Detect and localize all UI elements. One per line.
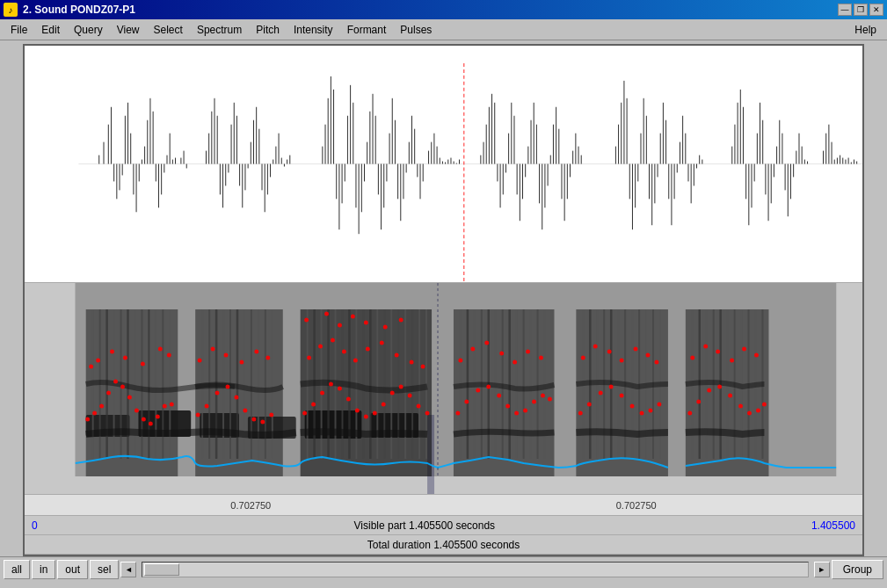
svg-point-386 xyxy=(455,411,460,416)
svg-point-336 xyxy=(141,362,145,367)
group-button[interactable]: Group xyxy=(832,560,883,579)
svg-point-416 xyxy=(620,359,624,363)
total-duration-row: Total duration 1.405500 seconds xyxy=(25,535,862,555)
svg-point-352 xyxy=(254,350,258,354)
svg-point-368 xyxy=(425,411,430,416)
menu-help[interactable]: Help xyxy=(847,19,883,40)
menu-pulses[interactable]: Pulses xyxy=(393,19,439,40)
svg-point-405 xyxy=(587,403,592,407)
scrollbar-thumb[interactable] xyxy=(144,563,179,576)
svg-point-403 xyxy=(539,356,543,360)
svg-point-374 xyxy=(366,347,370,352)
svg-point-365 xyxy=(399,385,404,389)
minimize-button[interactable]: — xyxy=(838,4,852,16)
svg-point-347 xyxy=(269,413,273,417)
in-button[interactable]: in xyxy=(32,560,55,579)
svg-point-421 xyxy=(696,400,701,404)
menu-bar: File Edit Query View Select Spectrum Pit… xyxy=(0,19,887,40)
svg-point-412 xyxy=(657,403,661,407)
svg-point-422 xyxy=(707,388,711,393)
svg-point-406 xyxy=(599,391,603,396)
out-button[interactable]: out xyxy=(57,560,88,579)
scrollbar[interactable] xyxy=(142,562,808,577)
svg-point-377 xyxy=(410,360,414,365)
all-button[interactable]: all xyxy=(4,560,30,579)
svg-point-337 xyxy=(158,347,163,352)
scroll-right-arrow[interactable]: ► xyxy=(814,562,830,577)
svg-point-376 xyxy=(395,353,399,358)
svg-point-346 xyxy=(260,420,265,425)
svg-point-426 xyxy=(747,411,752,416)
svg-point-411 xyxy=(649,409,653,413)
time-ruler: 0.702750 0.702750 xyxy=(25,494,862,515)
waveform-svg xyxy=(25,46,862,282)
close-button[interactable]: ✕ xyxy=(869,4,883,16)
menu-view[interactable]: View xyxy=(110,19,147,40)
info-bar: 0 Visible part 1.405500 seconds 1.405500… xyxy=(25,515,862,555)
svg-rect-1 xyxy=(25,46,78,282)
svg-point-380 xyxy=(324,312,329,316)
menu-pitch[interactable]: Pitch xyxy=(249,19,287,40)
svg-point-389 xyxy=(486,385,491,389)
svg-point-355 xyxy=(311,403,316,407)
svg-point-359 xyxy=(346,397,351,402)
menu-intensity[interactable]: Intensity xyxy=(287,19,340,40)
menu-file[interactable]: File xyxy=(4,19,34,40)
svg-point-394 xyxy=(532,400,536,404)
svg-point-328 xyxy=(149,422,153,426)
svg-point-391 xyxy=(505,404,510,409)
svg-point-320 xyxy=(92,411,97,416)
svg-point-356 xyxy=(320,391,324,396)
svg-point-390 xyxy=(497,394,501,398)
svg-point-323 xyxy=(113,380,118,384)
menu-select[interactable]: Select xyxy=(147,19,190,40)
svg-point-363 xyxy=(382,403,386,407)
menu-edit[interactable]: Edit xyxy=(34,19,67,40)
svg-point-387 xyxy=(464,400,469,404)
svg-point-419 xyxy=(654,360,658,365)
ruler-tick-left: 0.702750 xyxy=(230,500,271,511)
sel-button[interactable]: sel xyxy=(90,560,119,579)
svg-point-335 xyxy=(123,356,127,360)
svg-point-360 xyxy=(355,409,360,413)
svg-point-345 xyxy=(251,417,256,422)
svg-point-361 xyxy=(364,415,368,419)
visible-start: 0 xyxy=(32,519,38,532)
svg-point-407 xyxy=(609,385,614,389)
svg-point-331 xyxy=(170,403,174,407)
svg-point-404 xyxy=(578,411,583,416)
svg-point-325 xyxy=(127,396,132,400)
svg-point-418 xyxy=(646,353,651,358)
svg-point-373 xyxy=(353,359,358,363)
svg-point-327 xyxy=(142,417,146,422)
menu-query[interactable]: Query xyxy=(67,19,110,40)
svg-point-322 xyxy=(106,391,111,396)
svg-point-424 xyxy=(728,394,732,398)
svg-point-366 xyxy=(408,394,412,398)
svg-point-343 xyxy=(234,396,238,400)
svg-point-428 xyxy=(762,403,767,407)
svg-point-354 xyxy=(302,411,307,416)
restore-button[interactable]: ❐ xyxy=(854,4,868,16)
svg-point-415 xyxy=(607,350,612,354)
spectrogram-panel[interactable]: 5000 Hz 500 Hz 0 Hz 75 Hz xyxy=(25,283,862,494)
svg-point-324 xyxy=(120,385,125,389)
spectrogram-svg xyxy=(25,283,862,494)
svg-point-329 xyxy=(156,415,160,419)
svg-point-319 xyxy=(85,417,90,422)
svg-point-383 xyxy=(364,321,368,325)
menu-spectrum[interactable]: Spectrum xyxy=(190,19,249,40)
svg-point-382 xyxy=(351,315,355,319)
menu-formant[interactable]: Formant xyxy=(340,19,394,40)
svg-point-433 xyxy=(742,347,746,352)
svg-point-375 xyxy=(380,341,384,345)
svg-point-338 xyxy=(167,353,171,358)
svg-point-339 xyxy=(196,413,200,417)
waveform-panel[interactable]: 0.702750 0.6277 0 -0.07251 -0.5728 xyxy=(25,46,862,283)
scroll-left-arrow[interactable]: ◄ xyxy=(120,562,136,577)
svg-point-431 xyxy=(716,350,720,354)
svg-point-384 xyxy=(383,325,388,330)
svg-point-378 xyxy=(421,365,425,369)
svg-point-340 xyxy=(205,404,209,409)
bottom-controls: all in out sel ◄ ► Group xyxy=(0,556,887,581)
